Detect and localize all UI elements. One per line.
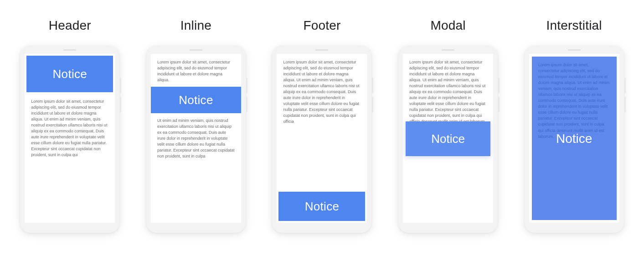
col-inline: Inline Lorem ipsum dolor sit amet, conse… [137, 18, 255, 233]
lorem-paragraph: Ut enim ad minim veniam, quis nostrud ex… [157, 118, 235, 159]
placements-row: Header Notice Lorem ipsum dolor sit amet… [9, 18, 635, 233]
label-header: Header [49, 18, 91, 33]
lorem-paragraph: Lorem ipsum dolor sit amet, consectetur … [157, 59, 235, 83]
lorem-paragraph: Lorem ipsum dolor sit amet, consectetur … [409, 59, 487, 125]
lorem-paragraph: Lorem ipsum dolor sit amet, consectetur … [538, 62, 610, 140]
col-interstitial: Interstitial Lorem ipsum dolor sit amet,… [515, 18, 634, 233]
phone-screen: Lorem ipsum dolor sit amet, consectetur … [277, 54, 367, 223]
notice-banner-inline: Notice [151, 87, 241, 113]
phone-screen: Lorem ipsum dolor sit amet, consectetur … [151, 54, 241, 223]
body-text-bottom: Ut enim ad minim veniam, quis nostrud ex… [151, 113, 241, 169]
label-interstitial: Interstitial [546, 18, 602, 33]
notice-banner-header: Notice [26, 56, 113, 92]
phone-screen: Notice Lorem ipsum dolor sit amet, conse… [25, 54, 115, 223]
col-footer: Footer Lorem ipsum dolor sit amet, conse… [263, 18, 381, 233]
phone-screen: Lorem ipsum dolor sit amet, consectetur … [529, 54, 619, 223]
body-text: Lorem ipsum dolor sit amet, consectetur … [25, 92, 115, 168]
phone-mock-header: Notice Lorem ipsum dolor sit amet, conse… [20, 46, 119, 233]
notice-banner-modal: Notice [406, 121, 490, 156]
phone-mock-interstitial: Lorem ipsum dolor sit amet, consectetur … [525, 46, 624, 233]
label-footer: Footer [303, 18, 340, 33]
body-text-top: Lorem ipsum dolor sit amet, consectetur … [151, 54, 241, 87]
phone-screen: Lorem ipsum dolor sit amet, consectetur … [403, 54, 493, 223]
col-header: Header Notice Lorem ipsum dolor sit amet… [10, 18, 129, 233]
lorem-paragraph: Lorem ipsum dolor sit amet, consectetur … [31, 99, 108, 158]
label-inline: Inline [180, 18, 211, 33]
lorem-paragraph: Lorem ipsum dolor sit amet, consectetur … [283, 59, 361, 125]
notice-banner-interstitial: Notice [529, 131, 619, 146]
phone-mock-inline: Lorem ipsum dolor sit amet, consectetur … [146, 46, 246, 233]
col-modal: Modal Lorem ipsum dolor sit amet, consec… [389, 18, 507, 233]
label-modal: Modal [430, 18, 465, 33]
phone-mock-modal: Lorem ipsum dolor sit amet, consectetur … [398, 46, 498, 233]
notice-banner-footer: Notice [278, 192, 365, 221]
body-text: Lorem ipsum dolor sit amet, consectetur … [277, 54, 367, 192]
phone-mock-footer: Lorem ipsum dolor sit amet, consectetur … [272, 46, 371, 233]
